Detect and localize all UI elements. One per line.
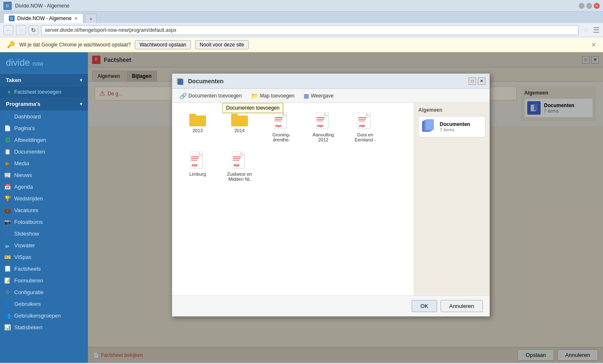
- sidebar-item-fotoalbums[interactable]: 📷 Fotoalbums: [0, 216, 88, 228]
- file-item-2014[interactable]: 2014: [221, 110, 258, 145]
- svg-rect-38: [233, 156, 241, 157]
- file-grid-area: 2013 2014: [172, 103, 414, 295]
- dialog-titlebar: Documenten □ ✕: [172, 74, 490, 89]
- svg-text:PDF: PDF: [317, 125, 324, 128]
- tab-favicon: D: [9, 15, 15, 21]
- sidebar-item-statistieken[interactable]: 📊 Statistieken: [0, 321, 88, 333]
- file-item-2013[interactable]: 2013: [179, 110, 216, 145]
- bookmark-btn[interactable]: ☆: [581, 26, 590, 34]
- svg-rect-16: [275, 120, 281, 121]
- svg-rect-39: [233, 158, 240, 159]
- save-password-btn[interactable]: Wachtwoord opslaan: [135, 40, 191, 49]
- add-docs-icon: 🔗: [180, 92, 187, 99]
- view-btn[interactable]: ▦ Weergave: [300, 91, 337, 101]
- svg-rect-32: [191, 156, 199, 157]
- programs-chevron: ▾: [80, 102, 82, 106]
- statistieken-icon: 📊: [4, 324, 11, 331]
- file-item-groningen[interactable]: PDF Groning-drenthe-: [263, 110, 300, 145]
- cancel-dialog-btn[interactable]: Annuleren: [441, 300, 483, 312]
- sidebar-item-vacatures[interactable]: 💼 Vacatures: [0, 204, 88, 216]
- browser-maximize[interactable]: [586, 3, 592, 9]
- key-icon: 🔑: [7, 41, 15, 49]
- sidebar-item-media[interactable]: ▶ Media: [0, 157, 88, 169]
- file-item-gooi[interactable]: PDF Gooi enEemland -: [346, 110, 384, 145]
- sidebar-item-dashboard[interactable]: ⬡ Dashboard: [0, 110, 88, 122]
- sidebar-item-factsheets[interactable]: 📃 Factsheets: [0, 263, 88, 274]
- pdf-icon-aanvulling: PDF: [316, 112, 331, 131]
- never-save-btn[interactable]: Nooit voor deze site: [195, 40, 249, 49]
- forward-btn[interactable]: →: [16, 25, 26, 35]
- slideshow-icon: ▦: [4, 230, 11, 237]
- fotoalbums-icon: 📷: [4, 218, 11, 225]
- sidebar-item-gebruikers[interactable]: 👤 Gebruikers: [0, 298, 88, 310]
- sidebar-item-wedstrijden[interactable]: 🏆 Wedstrijden: [0, 192, 88, 204]
- dialog-toolbar: 🔗 Documenten toevoegen 📁 Map toevoegen ▦…: [172, 89, 490, 103]
- sidebar-item-images[interactable]: 🖼 Afbeeldingen: [0, 134, 88, 146]
- factsheets-icon: 📃: [4, 265, 11, 272]
- sidebar-doc-item[interactable]: Documenten 7 items: [418, 116, 485, 137]
- reload-btn[interactable]: ↻: [28, 25, 39, 35]
- sidebar-item-vispas[interactable]: 🎫 ViSpas: [0, 251, 88, 263]
- dialog-sidebar: Algemeen Documenten 7 items: [414, 103, 490, 295]
- add-factsheet-item[interactable]: ✦ Factsheet toevoegen: [0, 87, 88, 97]
- nav-bar: ← → ↻ server.divide.nl/hengelsport-now-n…: [0, 23, 603, 37]
- svg-text:PDF: PDF: [192, 164, 198, 167]
- dialog-footer: OK Annuleren: [172, 295, 490, 316]
- sidebar-item-pages[interactable]: 📄 Pagina's: [0, 122, 88, 134]
- viswater-icon: 🐟: [4, 242, 11, 249]
- svg-rect-15: [275, 119, 282, 120]
- news-icon: 📰: [4, 172, 11, 178]
- sidebar-item-formulieren[interactable]: 📝 Formulieren: [0, 274, 88, 286]
- ok-btn[interactable]: OK: [412, 300, 437, 312]
- svg-rect-14: [275, 117, 283, 118]
- dialog-win-btns: □ ✕: [469, 77, 485, 85]
- svg-rect-10: [231, 114, 238, 118]
- sidebar-item-gebruikersgroepen[interactable]: 👥 Gebruikersgroepen: [0, 310, 88, 321]
- add-folder-icon: 📁: [251, 92, 258, 99]
- svg-rect-5: [178, 79, 183, 85]
- content-area: ... F Factsheet □ ✕ Algemeen Bijlagen: [88, 52, 603, 363]
- sidebar-item-slideshow[interactable]: ▦ Slideshow: [0, 228, 88, 239]
- svg-rect-21: [317, 119, 324, 120]
- wrench-icon[interactable]: ☰: [593, 26, 600, 35]
- password-bar: 🔑 Wil je dat Google Chrome je wachtwoord…: [0, 37, 603, 52]
- password-bar-close[interactable]: ✕: [591, 41, 596, 48]
- sidebar-item-viswater[interactable]: 🐟 Viswater: [0, 239, 88, 251]
- pdf-icon-zuidwest: PDF: [232, 151, 247, 170]
- dialog-close-btn[interactable]: ✕: [478, 77, 485, 85]
- browser-close[interactable]: ✕: [594, 3, 600, 9]
- sidebar-item-configuratie[interactable]: ⚙ Configuratie: [0, 286, 88, 298]
- add-folder-btn[interactable]: 📁 Map toevoegen: [247, 91, 298, 101]
- folder-icon-2013: [189, 112, 206, 126]
- svg-rect-28: [358, 120, 365, 121]
- browser-minimize[interactable]: [579, 3, 585, 9]
- tasks-header[interactable]: Taken ▾: [0, 74, 88, 87]
- file-item-limburg[interactable]: PDF Limburg: [179, 149, 216, 184]
- file-item-aanvulling[interactable]: PDF Aanvulling2012: [304, 110, 342, 145]
- programs-header[interactable]: Programma's ▾: [0, 97, 88, 110]
- svg-rect-20: [317, 117, 325, 118]
- add-documents-btn[interactable]: 🔗 Documenten toevoegen: [176, 91, 245, 101]
- svg-rect-34: [191, 160, 198, 161]
- file-item-zuidwest[interactable]: PDF Zuidwest enMidden NL: [221, 149, 258, 184]
- add-factsheet-icon: ✦: [7, 89, 12, 95]
- svg-rect-26: [358, 117, 367, 118]
- view-icon: ▦: [304, 92, 309, 99]
- sidebar-item-agenda[interactable]: 📅 Agenda: [0, 181, 88, 192]
- address-bar[interactable]: server.divide.nl/hengelsport-now-new/pro…: [41, 25, 579, 35]
- dialog-content: 2013 2014: [172, 103, 490, 295]
- browser-favicon: D: [3, 2, 12, 10]
- sidebar-item-documents[interactable]: 📋 Documenten: [0, 146, 88, 157]
- browser-chrome: D Divide.NOW - Algemene ✕ D Divide.NOW -…: [0, 0, 603, 52]
- active-tab[interactable]: D Divide.NOW - Algemene ✕: [3, 13, 83, 23]
- file-grid: 2013 2014: [179, 110, 407, 184]
- folder-icon-2014: [231, 112, 248, 126]
- svg-rect-27: [358, 119, 366, 120]
- tab-close-btn[interactable]: ✕: [74, 16, 78, 21]
- programs-section: Programma's ▾ ⬡ Dashboard 📄 Pagina's 🖼 A…: [0, 97, 88, 333]
- new-tab-btn[interactable]: +: [85, 14, 97, 23]
- back-btn[interactable]: ←: [3, 25, 13, 35]
- sidebar-item-nieuws[interactable]: 📰 Nieuws: [0, 169, 88, 181]
- dialog-restore-btn[interactable]: □: [469, 77, 476, 85]
- sidebar-doc-icon: [421, 119, 436, 134]
